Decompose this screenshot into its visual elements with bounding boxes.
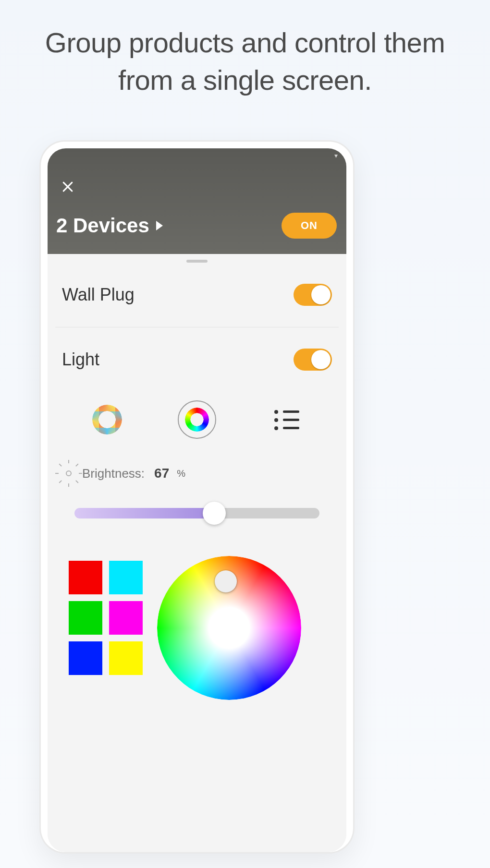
device-label: Light [62, 350, 99, 370]
phone-mockup: ▾ 2 Devices ON Wall Plug Light [41, 142, 353, 852]
brightness-unit: % [177, 468, 185, 479]
swatch-cyan[interactable] [109, 561, 143, 594]
temperature-ring-icon [92, 405, 122, 434]
power-on-button[interactable]: ON [282, 213, 337, 239]
control-panel: Wall Plug Light [48, 260, 346, 852]
swatch-magenta[interactable] [109, 601, 143, 635]
rgb-ring-icon [185, 408, 209, 432]
devices-title: 2 Devices [56, 214, 149, 237]
mode-rgb-button[interactable] [178, 400, 216, 439]
device-label: Wall Plug [62, 285, 135, 305]
wall-plug-toggle[interactable] [294, 284, 332, 306]
light-toggle[interactable] [294, 349, 332, 371]
brightness-icon [62, 467, 75, 480]
swatch-blue[interactable] [69, 641, 102, 675]
mode-temperature-button[interactable] [88, 400, 126, 439]
devices-title-row[interactable]: 2 Devices [56, 214, 163, 237]
device-row-light: Light [48, 327, 346, 392]
color-wheel-cursor[interactable] [215, 570, 237, 592]
swatch-red[interactable] [69, 561, 102, 594]
brightness-slider[interactable] [74, 508, 319, 518]
brightness-label: Brightness: [82, 466, 145, 481]
caret-right-icon [156, 221, 163, 230]
color-mode-tabs [48, 392, 346, 444]
marketing-headline: Group products and control them from a s… [0, 0, 490, 114]
wifi-icon: ▾ [334, 152, 338, 159]
status-bar: ▾ [48, 148, 346, 163]
list-icon [274, 409, 299, 430]
swatch-yellow[interactable] [109, 641, 143, 675]
brightness-readout: Brightness: 67 % [48, 444, 346, 485]
mode-presets-button[interactable] [268, 400, 306, 439]
color-wheel[interactable] [157, 561, 325, 686]
close-icon[interactable] [58, 177, 77, 196]
color-swatch-grid [69, 561, 143, 686]
brightness-value: 67 [154, 466, 169, 481]
app-header: ▾ 2 Devices ON [48, 148, 346, 254]
device-row-wall-plug: Wall Plug [48, 263, 346, 327]
swatch-green[interactable] [69, 601, 102, 635]
slider-thumb[interactable] [203, 502, 226, 525]
